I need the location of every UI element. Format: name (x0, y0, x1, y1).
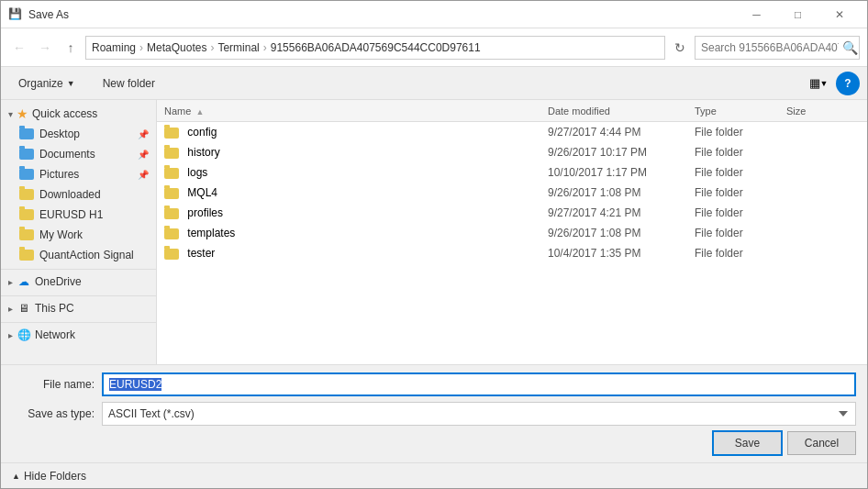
thispc-chevron-icon: ▸ (8, 304, 13, 314)
onedrive-section: ▸ ☁ OneDrive (1, 272, 156, 292)
table-row[interactable]: history 9/26/2017 10:17 PM File folder (157, 142, 867, 162)
downloaded-label: Downloaded (39, 188, 101, 201)
quick-access-label: Quick access (32, 107, 97, 120)
file-date-cell: 9/26/2017 1:08 PM (548, 227, 695, 239)
help-button[interactable]: ? (836, 72, 860, 95)
file-name-cell: profiles (164, 206, 548, 219)
filename-label: File name: (12, 378, 95, 391)
filename-input[interactable] (102, 372, 856, 396)
sidebar-item-pictures[interactable]: Pictures 📌 (1, 164, 156, 184)
organize-button[interactable]: Organize ▼ (8, 72, 85, 95)
file-type-cell: File folder (695, 206, 786, 219)
title-bar-controls: ─ □ ✕ (736, 1, 860, 28)
table-row[interactable]: tester 10/4/2017 1:35 PM File folder (157, 243, 867, 263)
network-icon: 🌐 (17, 328, 31, 342)
eurusd-folder-icon (19, 207, 34, 222)
table-row[interactable]: templates 9/26/2017 1:08 PM File folder (157, 223, 867, 243)
refresh-button[interactable]: ↻ (669, 37, 691, 59)
sidebar-item-downloaded[interactable]: Downloaded (1, 184, 156, 205)
new-folder-button[interactable]: New folder (93, 72, 165, 95)
quick-access-star-icon: ★ (17, 106, 28, 121)
footer[interactable]: ▲ Hide Folders (1, 462, 867, 488)
onedrive-chevron-icon: ▸ (8, 277, 13, 287)
toolbar: Organize ▼ New folder ▦ ▼ ? (1, 67, 867, 100)
address-bar: ← → ↑ Roaming › MetaQuotes › Terminal › … (1, 28, 867, 67)
breadcrumb-item: MetaQuotes (147, 41, 206, 54)
network-label: Network (35, 328, 75, 341)
file-date-cell: 10/10/2017 1:17 PM (548, 166, 695, 179)
quantaction-folder-icon (19, 248, 34, 262)
hide-folders-label: Hide Folders (24, 470, 86, 483)
breadcrumb-item: 915566BA06ADA407569C544CC0D97611 (271, 41, 481, 54)
breadcrumb-separator: › (263, 41, 267, 54)
folder-icon (164, 228, 179, 239)
onedrive-header[interactable]: ▸ ☁ OneDrive (1, 272, 156, 292)
view-button[interactable]: ▦ ▼ (805, 72, 832, 95)
search-input[interactable] (701, 41, 839, 54)
sidebar-item-desktop[interactable]: Desktop 📌 (1, 124, 156, 144)
window-title: Save As (28, 8, 69, 21)
sidebar-item-quantaction[interactable]: QuantAction Signal (1, 245, 156, 265)
search-icon: 🔍 (842, 40, 858, 55)
documents-folder-icon (19, 147, 34, 161)
quick-access-header[interactable]: ▾ ★ Quick access (1, 104, 156, 124)
bottom-area: File name: Save as type: ASCII Text (*.c… (1, 364, 867, 462)
column-type[interactable]: Type (695, 106, 786, 117)
minimize-button[interactable]: ─ (736, 1, 777, 28)
file-name-cell: logs (164, 166, 548, 179)
sidebar-item-mywork[interactable]: My Work (1, 225, 156, 245)
file-date-cell: 10/4/2017 1:35 PM (548, 247, 695, 260)
organize-chevron-icon: ▼ (67, 79, 75, 88)
table-row[interactable]: config 9/27/2017 4:44 PM File folder (157, 122, 867, 142)
network-chevron-icon: ▸ (8, 330, 13, 340)
column-name[interactable]: Name ▲ (164, 106, 548, 117)
table-row[interactable]: logs 10/10/2017 1:17 PM File folder (157, 162, 867, 183)
column-size[interactable]: Size (786, 106, 860, 117)
desktop-pin-icon: 📌 (138, 129, 149, 139)
thispc-icon: 🖥 (17, 301, 31, 316)
mywork-folder-icon (19, 228, 34, 242)
thispc-header[interactable]: ▸ 🖥 This PC (1, 298, 156, 318)
save-button[interactable]: Save (713, 431, 782, 455)
table-row[interactable]: profiles 9/27/2017 4:21 PM File folder (157, 203, 867, 223)
file-type-cell: File folder (695, 247, 786, 260)
thispc-section: ▸ 🖥 This PC (1, 298, 156, 318)
breadcrumb-separator: › (139, 41, 143, 54)
breadcrumb-separator: › (210, 41, 214, 54)
column-date[interactable]: Date modified (548, 106, 695, 117)
folder-icon (164, 249, 179, 260)
sort-arrow-icon: ▲ (195, 107, 204, 117)
file-name-cell: MQL4 (164, 186, 548, 199)
network-header[interactable]: ▸ 🌐 Network (1, 325, 156, 345)
new-folder-label: New folder (103, 77, 155, 90)
onedrive-icon: ☁ (17, 274, 31, 289)
eurusd-label: EURUSD H1 (39, 208, 103, 221)
file-type-cell: File folder (695, 166, 786, 179)
breadcrumb[interactable]: Roaming › MetaQuotes › Terminal › 915566… (85, 36, 665, 60)
file-type-cell: File folder (695, 186, 786, 199)
sidebar-divider (1, 269, 156, 270)
sidebar-item-eurusd[interactable]: EURUSD H1 (1, 205, 156, 225)
file-name-cell: config (164, 126, 548, 139)
cancel-button[interactable]: Cancel (787, 431, 856, 455)
network-section: ▸ 🌐 Network (1, 325, 156, 345)
title-bar: 💾 Save As ─ □ ✕ (1, 1, 867, 28)
folder-icon (164, 128, 179, 139)
sidebar-item-documents[interactable]: Documents 📌 (1, 144, 156, 164)
breadcrumb-item: Terminal (217, 41, 259, 54)
filetype-select[interactable]: ASCII Text (*.csv) (102, 402, 856, 426)
breadcrumb-item: Roaming (92, 41, 136, 54)
window-icon: 💾 (8, 7, 23, 22)
view-chevron-icon: ▼ (820, 79, 829, 88)
filetype-row: Save as type: ASCII Text (*.csv) (12, 402, 856, 426)
thispc-label: This PC (35, 302, 74, 315)
up-button[interactable]: ↑ (60, 37, 82, 59)
forward-button[interactable]: → (34, 37, 56, 59)
table-row[interactable]: MQL4 9/26/2017 1:08 PM File folder (157, 183, 867, 203)
file-date-cell: 9/27/2017 4:44 PM (548, 126, 695, 139)
close-button[interactable]: ✕ (818, 1, 860, 28)
pictures-folder-icon (19, 167, 34, 182)
maximize-button[interactable]: □ (777, 1, 818, 28)
back-button[interactable]: ← (8, 37, 30, 59)
filename-row: File name: (12, 372, 856, 396)
